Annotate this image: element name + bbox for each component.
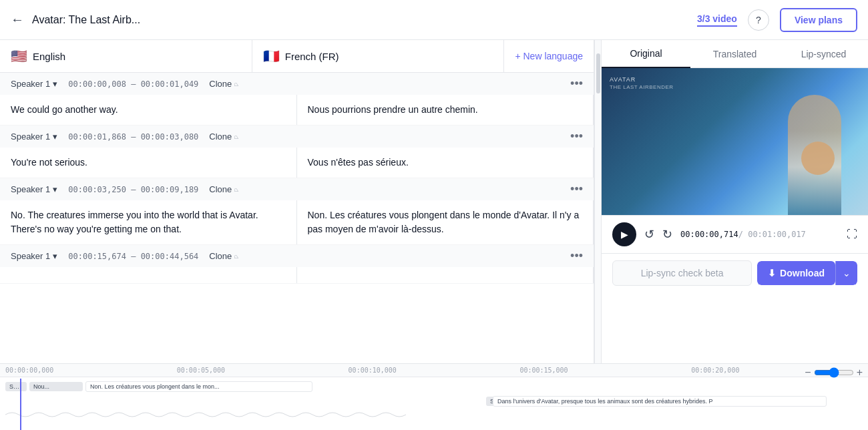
top-bar: ← Avatar: The Last Airb... 3/3 video ? V… [0,0,868,40]
translated-text-1[interactable]: Nous pourrions prendre un autre chemin. [297,95,594,125]
tab-translated[interactable]: Translated [690,40,779,67]
time-display: 00:00:00,714/ 00:01:00,017 [680,230,839,239]
zoom-in-button[interactable]: + [857,367,863,379]
timeline-row-2: Speaker 1 Dans l'univers d'Avatar, presq… [5,395,863,408]
top-bar-left: ← Avatar: The Last Airb... [11,12,140,27]
ruler-mark-3: 00:00:15,000 [519,367,691,374]
tab-original[interactable]: Original [602,40,690,68]
source-text-2[interactable]: You're not serious. [0,148,297,178]
segment-1-header: Speaker 1 ▾ 00:00:00,008 — 00:00:01,049 … [0,73,594,95]
clone-3-button[interactable]: Clone ⏢ [209,184,238,194]
segment-2-content: You're not serious. Vous n'êtes pas séri… [0,148,594,178]
action-row: Lip-sync check beta ⬇ Download ⌄ [602,253,868,292]
ruler-mark-1: 00:00:05,000 [177,367,349,374]
scroll-track [594,40,601,363]
source-language: 🇺🇸 English [0,40,252,72]
forward-button[interactable]: ↻ [662,227,672,242]
clone-2-button[interactable]: Clone ⏢ [209,132,238,142]
back-button[interactable]: ← [11,12,24,27]
playhead [20,379,21,430]
tl-chip-0[interactable]: Spea... [5,382,27,391]
download-button[interactable]: ⬇ Download [757,261,835,285]
segment-2: Speaker 1 ▾ 00:00:01,868 — 00:00:03,080 … [0,126,594,178]
rewind-button[interactable]: ↺ [644,227,654,242]
segment-2-header: Speaker 1 ▾ 00:00:01,868 — 00:00:03,080 … [0,126,594,148]
segment-3-content: No. The creatures immerse you into the w… [0,200,594,244]
speaker-2-button[interactable]: Speaker 1 ▾ [11,132,57,142]
tl-chip-2[interactable]: Non. Les créatures vous plongent dans le… [85,381,312,392]
segment-3-header: Speaker 1 ▾ 00:00:03,250 — 00:00:09,189 … [0,178,594,200]
time-current: 00:00:00,714 [680,230,738,239]
timeline-ruler: 00:00:00,000 00:00:05,000 00:00:10,000 0… [0,364,868,377]
speaker-4-button[interactable]: Speaker 1 ▾ [11,251,57,261]
timeline-tracks: Spea... Nou... Non. Les créatures vous p… [0,377,868,423]
waveform-icon-1: ⏢ [234,80,238,87]
time-range-4: 00:00:15,674 — 00:00:44,564 [68,252,198,261]
lip-sync-button[interactable]: Lip-sync check beta [612,260,752,286]
timeline-waveform-row [5,409,863,420]
view-plans-button[interactable]: View plans [780,8,857,32]
download-label: Download [780,268,825,278]
more-1-button[interactable]: ••• [570,77,583,91]
segment-1: Speaker 1 ▾ 00:00:00,008 — 00:00:01,049 … [0,73,594,126]
tab-lip-synced[interactable]: Lip-synced [779,40,868,67]
fullscreen-button[interactable]: ⛶ [847,228,857,240]
source-text-3[interactable]: No. The creatures immerse you into the w… [0,200,297,244]
more-4-button[interactable]: ••• [570,249,583,263]
download-icon: ⬇ [768,268,776,278]
waveform-svg [5,409,863,420]
help-button[interactable]: ? [748,9,769,31]
target-flag: 🇫🇷 [263,48,280,64]
main-content: 🇺🇸 English 🇫🇷 French (FR) + New language… [0,40,868,363]
video-face [801,142,835,175]
source-flag: 🇺🇸 [11,48,27,64]
more-2-button[interactable]: ••• [570,130,583,144]
right-panel: Original Translated Lip-synced AVATAR TH… [601,40,868,363]
segment-4-header: Speaker 1 ▾ 00:00:15,674 — 00:00:44,564 … [0,245,594,267]
tabs-row: Original Translated Lip-synced [602,40,868,68]
ruler-mark-2: 00:00:10,000 [349,367,520,374]
time-range-3: 00:00:03,250 — 00:00:09,189 [68,185,198,194]
translated-text-3[interactable]: Non. Les créatures vous plongent dans le… [297,200,594,244]
download-group: ⬇ Download ⌄ [757,261,857,285]
video-count: 3/3 video [697,13,737,27]
zoom-out-button[interactable]: − [805,367,811,379]
clone-1-button[interactable]: Clone ⏢ [209,79,238,89]
waveform-icon-3: ⏢ [234,186,238,193]
tracks-panel: 🇺🇸 English 🇫🇷 French (FR) + New language… [0,40,594,363]
video-controls: ▶ ↺ ↻ 00:00:00,714/ 00:01:00,017 ⛶ [602,215,868,253]
tl-chip-4[interactable]: Dans l'univers d'Avatar, presque tous le… [493,396,827,407]
translated-text-4[interactable] [297,267,594,283]
waveform-icon-4: ⏢ [234,252,238,260]
new-language-button[interactable]: + New language [504,43,594,69]
video-preview: AVATAR THE LAST AIRBENDER [602,68,868,215]
play-button[interactable]: ▶ [612,222,636,246]
source-lang-name: English [33,51,65,62]
speaker-1-button[interactable]: Speaker 1 ▾ [11,79,57,89]
timeline-row-1: Spea... Nou... Non. Les créatures vous p… [5,380,863,393]
translated-text-2[interactable]: Vous n'êtes pas sérieux. [297,148,594,178]
waveform-icon-2: ⏢ [234,133,238,140]
time-range-1: 00:00:00,008 — 00:00:01,049 [68,79,198,89]
time-total: / 00:01:00,017 [738,230,806,239]
segment-1-content: We could go another way. Nous pourrions … [0,95,594,125]
download-arrow-button[interactable]: ⌄ [835,261,857,285]
segment-4-content [0,267,594,283]
tl-chip-1[interactable]: Nou... [29,382,83,391]
ruler-mark-0: 00:00:00,000 [5,367,177,374]
target-lang-name: French (FR) [285,51,339,62]
segment-4: Speaker 1 ▾ 00:00:15,674 — 00:00:44,564 … [0,245,594,284]
project-title: Avatar: The Last Airb... [32,14,140,26]
scroll-thumb[interactable] [596,53,600,93]
source-text-1[interactable]: We could go another way. [0,95,297,125]
video-overlay-title: AVATAR THE LAST AIRBENDER [610,76,674,91]
more-3-button[interactable]: ••• [570,182,583,196]
zoom-slider[interactable] [814,367,854,378]
source-text-4[interactable] [0,267,297,283]
top-bar-right: 3/3 video ? View plans [697,8,857,32]
ruler-marks: 00:00:00,000 00:00:05,000 00:00:10,000 0… [0,367,868,374]
clone-4-button[interactable]: Clone ⏢ [209,251,238,261]
target-language: 🇫🇷 French (FR) [252,40,505,72]
timeline-controls: − + [799,364,868,381]
speaker-3-button[interactable]: Speaker 1 ▾ [11,184,57,194]
